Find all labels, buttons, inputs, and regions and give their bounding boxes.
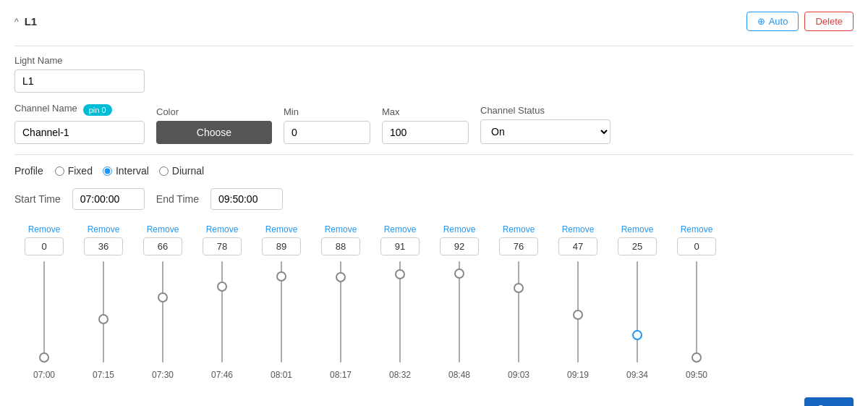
slider-track-container [156, 261, 170, 363]
min-input[interactable] [284, 121, 370, 144]
slider-col: Remove 88 08:17 [311, 224, 370, 380]
slider-thumb[interactable] [217, 282, 227, 292]
slider-thumb[interactable] [336, 272, 346, 282]
slider-track-container [96, 261, 111, 363]
channel-row: Channel Name pin 0 Color Choose Min Max … [14, 103, 854, 155]
remove-link[interactable]: Remove [88, 224, 120, 234]
value-box: 25 [618, 237, 657, 255]
choose-button[interactable]: Choose [156, 121, 272, 144]
slider-track-container [571, 261, 585, 363]
remove-link[interactable]: Remove [443, 224, 476, 234]
profile-label: Profile [14, 165, 43, 177]
end-time-input[interactable] [210, 188, 283, 210]
slider-time-label: 07:30 [152, 370, 174, 380]
slider-thumb[interactable] [276, 271, 286, 282]
delete-button[interactable]: Delete [804, 12, 854, 31]
value-box: 92 [440, 237, 479, 255]
sliders-area: Remove 0 07:00 Remove 36 07:15 Remove 66… [14, 224, 854, 386]
auto-icon: ⊕ [757, 16, 765, 27]
slider-thumb[interactable] [454, 268, 464, 279]
slider-track-container [333, 261, 348, 363]
slider-thumb[interactable] [692, 352, 702, 363]
light-name-label: Light Name [14, 55, 854, 66]
collapse-icon[interactable]: ^ [14, 17, 19, 27]
max-input[interactable] [382, 121, 469, 144]
radio-diurnal-input[interactable] [159, 166, 169, 176]
slider-col: Remove 91 08:32 [370, 224, 430, 380]
radio-diurnal[interactable]: Diurnal [159, 165, 204, 177]
slider-time-label: 07:46 [211, 370, 233, 380]
status-group: Channel Status On Off [480, 105, 610, 144]
slider-track-container [689, 261, 704, 363]
remove-link[interactable]: Remove [621, 224, 654, 234]
slider-track-container [274, 261, 289, 363]
remove-link[interactable]: Remove [147, 224, 179, 234]
slider-thumb[interactable] [158, 292, 168, 303]
slider-track-container [393, 261, 407, 363]
pin-badge: pin 0 [83, 104, 112, 116]
channel-name-label-row: Channel Name pin 0 [14, 103, 145, 117]
light-name-input[interactable] [14, 69, 145, 93]
start-time-input[interactable] [72, 188, 145, 210]
slider-track [103, 261, 104, 363]
slider-thumb[interactable] [632, 330, 642, 340]
slider-thumb[interactable] [514, 283, 524, 293]
max-group: Max [382, 106, 469, 144]
remove-link[interactable]: Remove [503, 224, 535, 234]
slider-track [162, 261, 163, 363]
slider-time-label: 08:01 [271, 370, 292, 380]
value-box: 47 [558, 237, 597, 255]
remove-link[interactable]: Remove [562, 224, 595, 234]
value-box: 0 [25, 237, 64, 255]
value-box: 88 [321, 237, 360, 255]
remove-link[interactable]: Remove [325, 224, 357, 234]
channel-name-label: Channel Name [14, 103, 77, 114]
remove-link[interactable]: Remove [206, 224, 239, 234]
remove-link[interactable]: Remove [384, 224, 417, 234]
slider-time-label: 08:17 [330, 370, 352, 380]
save-button[interactable]: Save [804, 397, 854, 406]
slider-col: Remove 25 09:34 [608, 224, 667, 380]
radio-diurnal-label: Diurnal [172, 165, 204, 177]
slider-track-container [37, 261, 51, 363]
value-box: 66 [143, 237, 182, 255]
min-group: Min [284, 106, 370, 144]
header-right: ⊕ Auto Delete [746, 12, 854, 31]
slider-col: Remove 78 07:46 [192, 224, 252, 380]
radio-fixed-input[interactable] [55, 166, 64, 176]
radio-fixed-label: Fixed [68, 165, 93, 177]
max-label: Max [382, 106, 469, 117]
slider-thumb[interactable] [39, 352, 49, 363]
slider-time-label: 09:50 [686, 370, 707, 380]
slider-col: Remove 66 07:30 [133, 224, 192, 380]
page-title: L1 [25, 15, 38, 28]
remove-link[interactable]: Remove [681, 224, 713, 234]
slider-track [696, 261, 697, 363]
channel-name-input[interactable] [14, 121, 145, 144]
slider-thumb[interactable] [98, 314, 109, 324]
slider-thumb[interactable] [573, 310, 583, 320]
light-name-group: Light Name [14, 55, 854, 93]
value-box: 0 [677, 237, 716, 255]
slider-track-container [511, 261, 526, 363]
slider-thumb[interactable] [395, 269, 405, 279]
slider-col: Remove 92 08:48 [430, 224, 489, 380]
remove-link[interactable]: Remove [265, 224, 298, 234]
header-row: ^ L1 ⊕ Auto Delete [14, 12, 854, 37]
time-row: Start Time End Time [14, 188, 854, 210]
header-left: ^ L1 [14, 15, 37, 28]
radio-fixed[interactable]: Fixed [55, 165, 93, 177]
radio-interval[interactable]: Interval [103, 165, 149, 177]
value-box: 78 [203, 237, 242, 255]
value-box: 89 [262, 237, 301, 255]
slider-col: Remove 76 09:03 [489, 224, 548, 380]
slider-time-label: 07:00 [33, 370, 55, 380]
color-group: Color Choose [156, 106, 272, 144]
radio-interval-input[interactable] [103, 166, 112, 176]
slider-track [43, 261, 45, 363]
status-select[interactable]: On Off [480, 119, 610, 144]
remove-link[interactable]: Remove [28, 224, 61, 234]
slider-track [637, 261, 638, 363]
end-time-label: End Time [156, 193, 199, 205]
auto-button[interactable]: ⊕ Auto [746, 12, 799, 31]
